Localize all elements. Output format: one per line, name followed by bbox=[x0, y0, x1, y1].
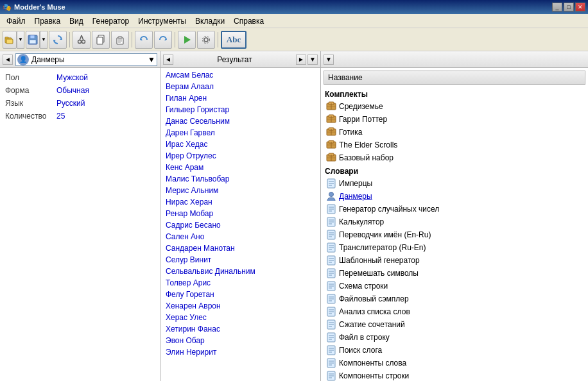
middle-list-item[interactable]: Ренар Мобар bbox=[160, 208, 320, 219]
maximize-button[interactable]: □ bbox=[564, 3, 574, 12]
middle-list-item[interactable]: Дарен Гарвел bbox=[160, 127, 320, 139]
right-list-item[interactable]: Файловый сэмплер bbox=[324, 292, 585, 305]
middle-list-item[interactable]: Кенс Арам bbox=[160, 162, 320, 173]
titlebar-controls[interactable]: _ □ ✕ bbox=[552, 3, 585, 12]
kit-icon bbox=[326, 140, 336, 150]
menu-edit[interactable]: Правка bbox=[31, 15, 65, 27]
left-header-select[interactable]: 👤 Данмеры ▼ bbox=[15, 53, 157, 66]
menu-generator[interactable]: Генератор bbox=[89, 15, 133, 27]
settings-button[interactable] bbox=[197, 31, 215, 49]
right-list-item[interactable]: Генератор случайных чисел bbox=[324, 203, 585, 216]
right-list-item[interactable]: Файл в строку bbox=[324, 331, 585, 344]
middle-list-item[interactable]: Нирас Херан bbox=[160, 196, 320, 208]
paste-button[interactable] bbox=[111, 31, 129, 49]
right-list-item[interactable]: Транслитератор (Ru-En) bbox=[324, 241, 585, 254]
middle-panel-list[interactable]: Амсам БеласВерам АлаалГилан АренГильвер … bbox=[160, 68, 320, 381]
left-nav-prev[interactable]: ◄ bbox=[3, 55, 13, 65]
middle-list-item[interactable]: Ирер Отрулес bbox=[160, 150, 320, 162]
middle-list-item[interactable]: Сельвальвис Динальним bbox=[160, 266, 320, 277]
middle-list-item[interactable]: Мерис Альним bbox=[160, 185, 320, 196]
svg-rect-1 bbox=[5, 37, 8, 38]
right-item-label: Схема строки bbox=[339, 282, 388, 291]
prop-label-lang: Язык bbox=[5, 99, 56, 108]
right-list-item[interactable]: Сжатие сочетаний bbox=[324, 318, 585, 331]
right-list-item[interactable]: Имперцы bbox=[324, 177, 585, 190]
right-item-label: Гарри Поттер bbox=[339, 115, 387, 124]
middle-list-item[interactable]: Данас Сесельним bbox=[160, 115, 320, 127]
dict-icon bbox=[326, 217, 336, 227]
middle-list-item[interactable]: Хенарен Аврон bbox=[160, 300, 320, 312]
left-panel-header: ◄ 👤 Данмеры ▼ bbox=[0, 51, 160, 68]
right-list-item[interactable]: Калькулятор bbox=[324, 216, 585, 228]
middle-list-item[interactable]: Малис Тильвобар bbox=[160, 173, 320, 185]
middle-list-item[interactable]: Фелу Горетан bbox=[160, 289, 320, 300]
middle-list-item[interactable]: Верам Алаал bbox=[160, 81, 320, 92]
right-column-header: Название bbox=[324, 71, 585, 85]
right-section-header: Комплекты bbox=[324, 87, 585, 100]
svg-point-22 bbox=[204, 38, 208, 42]
left-header-avatar: 👤 bbox=[17, 54, 29, 65]
dict-icon bbox=[326, 178, 336, 189]
middle-list-item[interactable]: Толвер Арис bbox=[160, 277, 320, 289]
middle-nav-next[interactable]: ► bbox=[296, 55, 306, 65]
svg-rect-4 bbox=[30, 35, 35, 38]
middle-list-item[interactable]: Сандарен Манотан bbox=[160, 242, 320, 254]
run-button[interactable] bbox=[178, 31, 196, 49]
minimize-button[interactable]: _ bbox=[552, 3, 562, 12]
middle-list-item[interactable]: Элин Неририт bbox=[160, 346, 320, 358]
middle-nav-prev[interactable]: ◄ bbox=[163, 55, 173, 65]
redo-button[interactable] bbox=[154, 31, 172, 49]
dict-icon bbox=[326, 294, 336, 304]
menu-file[interactable]: Файл bbox=[3, 15, 30, 27]
kit-icon bbox=[326, 101, 336, 112]
save-button[interactable] bbox=[26, 31, 40, 49]
copy-button[interactable] bbox=[92, 31, 110, 49]
middle-list-item[interactable]: Эвон Обар bbox=[160, 335, 320, 346]
menu-help[interactable]: Справка bbox=[230, 15, 268, 27]
toolbar-separator-2 bbox=[132, 32, 132, 47]
middle-list-item[interactable]: Сален Ано bbox=[160, 231, 320, 242]
middle-list-item[interactable]: Ирас Хедас bbox=[160, 139, 320, 150]
menu-tools[interactable]: Инструменты bbox=[134, 15, 190, 27]
middle-list-item[interactable]: Херас Улес bbox=[160, 312, 320, 323]
dict-icon bbox=[326, 345, 336, 355]
right-nav-dropdown[interactable]: ▼ bbox=[324, 55, 334, 65]
middle-list-item[interactable]: Садрис Бесано bbox=[160, 219, 320, 231]
right-list-item[interactable]: Готика bbox=[324, 126, 585, 139]
save-dropdown[interactable]: ▼ bbox=[40, 31, 48, 49]
right-list-item[interactable]: Данмеры bbox=[324, 190, 585, 203]
open-dropdown[interactable]: ▼ bbox=[17, 31, 24, 49]
refresh-button[interactable] bbox=[49, 31, 67, 49]
right-list-item[interactable]: Поиск слога bbox=[324, 344, 585, 357]
right-list-item[interactable]: Перемешать символы bbox=[324, 267, 585, 280]
undo-button[interactable] bbox=[135, 31, 153, 49]
right-list-item[interactable]: Базовый набор bbox=[324, 151, 585, 164]
middle-list-item[interactable]: Гилан Арен bbox=[160, 92, 320, 104]
right-list-item[interactable]: Компоненты строки bbox=[324, 369, 585, 381]
middle-list-item[interactable]: Хетирин Фанас bbox=[160, 323, 320, 335]
middle-list-item[interactable]: Амсам Белас bbox=[160, 69, 320, 81]
prop-row-lang: Язык Русский bbox=[5, 99, 155, 108]
text-button[interactable]: Abc bbox=[221, 31, 246, 49]
menu-tabs[interactable]: Вкладки bbox=[191, 15, 229, 27]
right-list-item[interactable]: Компоненты слова bbox=[324, 357, 585, 369]
right-list-item[interactable]: Шаблонный генератор bbox=[324, 254, 585, 267]
menu-view[interactable]: Вид bbox=[65, 15, 87, 27]
right-list-item[interactable]: Схема строки bbox=[324, 280, 585, 292]
right-list-item[interactable]: Анализ списка слов bbox=[324, 305, 585, 318]
left-header-dropdown-icon: ▼ bbox=[148, 55, 155, 64]
right-list-item[interactable]: Переводчик имён (En-Ru) bbox=[324, 228, 585, 241]
middle-list-item[interactable]: Селур Винит bbox=[160, 254, 320, 266]
prop-label-form: Форма bbox=[5, 86, 56, 95]
right-list-item[interactable]: The Elder Scrolls bbox=[324, 139, 585, 151]
cut-button[interactable] bbox=[73, 31, 91, 49]
middle-list-item[interactable]: Гильвер Гористар bbox=[160, 104, 320, 115]
svg-rect-5 bbox=[30, 40, 36, 44]
right-list-item[interactable]: Гарри Поттер bbox=[324, 113, 585, 126]
close-button[interactable]: ✕ bbox=[575, 3, 585, 12]
middle-nav-dropdown[interactable]: ▼ bbox=[307, 55, 318, 65]
open-button[interactable] bbox=[3, 31, 17, 49]
svg-rect-2 bbox=[6, 39, 13, 44]
right-list-item[interactable]: Средиземье bbox=[324, 100, 585, 113]
right-panel-content[interactable]: НазваниеКомплекты Средиземье Гарри Потте… bbox=[321, 68, 588, 381]
